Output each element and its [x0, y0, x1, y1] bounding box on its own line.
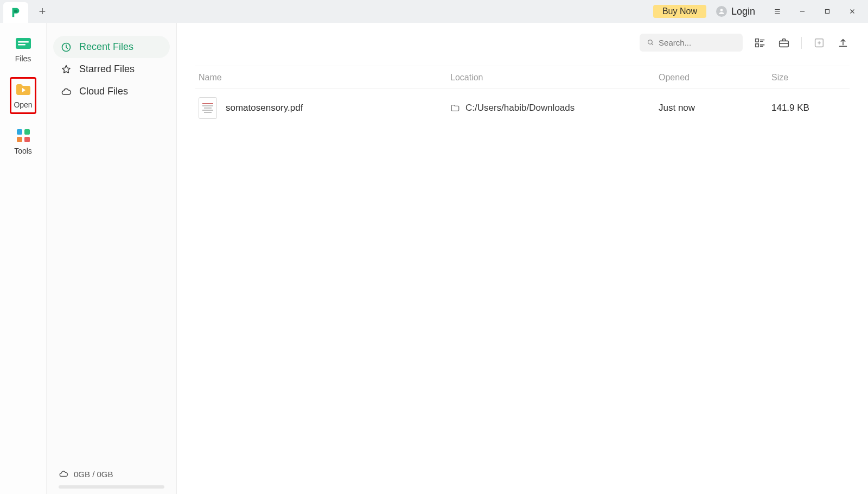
- hamburger-menu-button[interactable]: [765, 0, 790, 23]
- pdf-file-icon: [199, 97, 217, 119]
- rail-item-tools[interactable]: Tools: [12, 125, 35, 159]
- search-icon: [647, 39, 654, 47]
- rail-label: Files: [15, 54, 31, 63]
- cloud-icon: [61, 86, 72, 97]
- svg-point-0: [720, 9, 723, 11]
- sidebar: Recent Files Starred Files Cloud Files 0…: [47, 23, 177, 494]
- rail-item-open[interactable]: Open: [10, 77, 36, 114]
- svg-rect-3: [18, 41, 29, 42]
- toolbar-divider: [801, 37, 802, 49]
- svg-rect-4: [18, 44, 25, 45]
- app-logo-icon: [10, 7, 22, 18]
- sidebar-item-starred-files[interactable]: Starred Files: [53, 58, 170, 80]
- svg-rect-6: [24, 129, 30, 135]
- main-panel: Name Location Opened Size somatosensory.…: [177, 23, 868, 494]
- rail-label: Tools: [14, 147, 32, 155]
- svg-rect-11: [756, 39, 759, 42]
- folder-icon: [450, 103, 460, 113]
- svg-rect-8: [24, 137, 30, 142]
- file-name: somatosensory.pdf: [226, 103, 303, 113]
- file-location: C:/Users/habib/Downloads: [465, 103, 575, 113]
- avatar-icon: [716, 6, 727, 17]
- search-input[interactable]: [659, 38, 735, 47]
- storage-text: 0GB / 0GB: [74, 470, 113, 479]
- toolbox-button[interactable]: [777, 36, 790, 49]
- app-tab[interactable]: [3, 2, 28, 23]
- header-opened: Opened: [659, 73, 771, 83]
- sidebar-item-label: Cloud Files: [79, 86, 128, 97]
- search-box[interactable]: [640, 34, 743, 52]
- file-opened: Just now: [659, 103, 771, 113]
- sidebar-item-label: Starred Files: [79, 64, 135, 75]
- svg-rect-12: [756, 43, 759, 47]
- svg-rect-7: [17, 137, 22, 142]
- svg-rect-1: [826, 10, 829, 14]
- maximize-button[interactable]: [815, 0, 840, 23]
- buy-now-button[interactable]: Buy Now: [653, 5, 706, 18]
- storage-indicator: 0GB / 0GB: [53, 465, 170, 483]
- rail-label: Open: [14, 100, 32, 109]
- svg-rect-2: [16, 38, 31, 49]
- titlebar: + Buy Now Login: [0, 0, 868, 23]
- close-button[interactable]: [840, 0, 865, 23]
- svg-point-10: [648, 40, 653, 45]
- new-file-button[interactable]: [813, 36, 826, 49]
- view-list-button[interactable]: [754, 36, 767, 49]
- svg-rect-13: [780, 41, 789, 47]
- upload-button[interactable]: [837, 36, 850, 49]
- open-icon: [14, 82, 33, 97]
- login-button[interactable]: Login: [716, 6, 755, 17]
- header-name: Name: [195, 73, 450, 83]
- rail-item-files[interactable]: Files: [12, 33, 35, 66]
- cloud-icon: [59, 469, 68, 479]
- svg-rect-5: [17, 129, 22, 135]
- login-label: Login: [731, 6, 755, 17]
- sidebar-item-label: Recent Files: [79, 41, 133, 53]
- tools-icon: [14, 128, 33, 143]
- star-icon: [61, 64, 72, 75]
- header-location: Location: [450, 73, 659, 83]
- sidebar-item-recent-files[interactable]: Recent Files: [53, 36, 170, 58]
- toolbar: [195, 34, 850, 52]
- left-rail: Files Open Tools: [0, 23, 47, 494]
- files-icon: [14, 36, 33, 51]
- file-size: 141.9 KB: [771, 103, 850, 113]
- sidebar-item-cloud-files[interactable]: Cloud Files: [53, 80, 170, 103]
- minimize-button[interactable]: [790, 0, 815, 23]
- table-row[interactable]: somatosensory.pdf C:/Users/habib/Downloa…: [195, 88, 850, 128]
- clock-icon: [61, 42, 72, 53]
- table-header: Name Location Opened Size: [195, 66, 850, 88]
- header-size: Size: [771, 73, 850, 83]
- storage-bar: [59, 485, 164, 489]
- new-tab-button[interactable]: +: [34, 3, 51, 20]
